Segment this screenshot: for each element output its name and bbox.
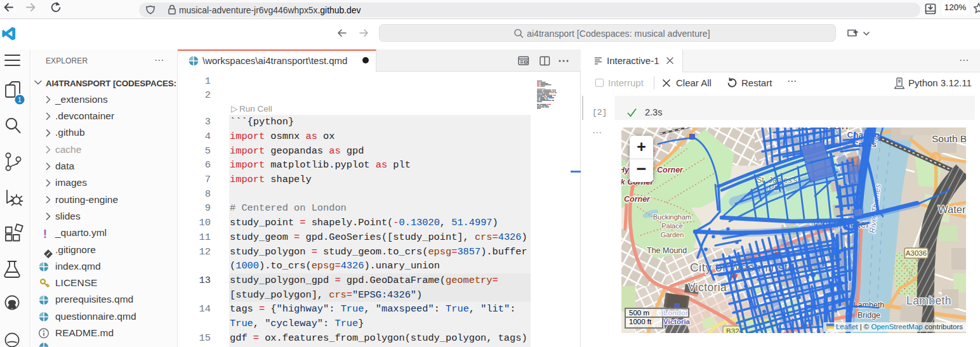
svg-text:The Mound: The Mound	[647, 246, 687, 255]
svg-text:!: !	[43, 228, 47, 240]
svg-text:Buckingham: Buckingham	[653, 213, 692, 221]
svg-text:Corner: Corner	[624, 195, 651, 204]
svg-text:Victoria: Victoria	[688, 281, 727, 294]
svg-text:South Bank: South Bank	[932, 133, 966, 144]
svg-text:Corner: Corner	[657, 166, 684, 174]
svg-text:Lambeth: Lambeth	[906, 294, 951, 307]
svg-text:Victoria: Victoria	[663, 318, 691, 325]
svg-text:Garden: Garden	[661, 231, 684, 239]
svg-text:Lambeth: Lambeth	[854, 301, 885, 310]
svg-text:Waterloo: Waterloo	[938, 204, 966, 215]
svg-text:A3036: A3036	[906, 249, 927, 257]
svg-text:Hy: Hy	[621, 166, 630, 174]
svg-text:1: 1	[18, 96, 22, 103]
svg-text:Bridge: Bridge	[858, 311, 880, 320]
svg-text:Palace: Palace	[661, 222, 683, 230]
